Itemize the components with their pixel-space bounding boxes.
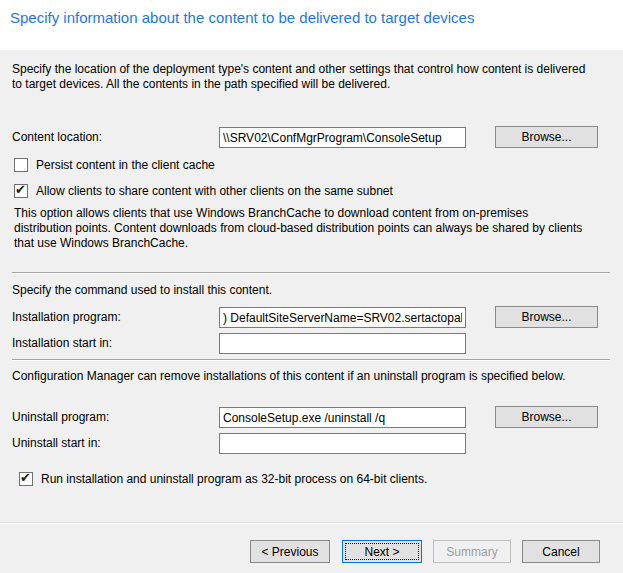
uninstall-program-browse-button[interactable]: Browse... <box>495 406 598 428</box>
install-section-divider <box>12 272 610 274</box>
next-button[interactable]: Next > <box>342 540 422 563</box>
uninstall-start-in-label: Uninstall start in: <box>12 432 101 454</box>
installation-program-row: Installation program: Browse... <box>0 306 623 328</box>
share-content-row: Allow clients to share content with othe… <box>0 184 623 200</box>
share-content-label: Allow clients to share content with othe… <box>36 184 393 199</box>
persist-content-label: Persist content in the client cache <box>36 158 215 173</box>
page-title: Specify information about the content to… <box>10 9 474 26</box>
uninstall-program-label: Uninstall program: <box>12 406 109 428</box>
installation-program-browse-button[interactable]: Browse... <box>495 306 598 328</box>
summary-button: Summary <box>433 540 511 563</box>
intro-text: Specify the location of the deployment t… <box>12 62 592 92</box>
installation-start-in-input[interactable] <box>219 333 466 354</box>
content-location-browse-button[interactable]: Browse... <box>495 126 598 148</box>
uninstall-start-in-row: Uninstall start in: <box>0 432 623 454</box>
persist-content-row: Persist content in the client cache <box>0 158 623 174</box>
uninstall-section-text: Configuration Manager can remove install… <box>12 369 566 383</box>
uninstall-start-in-input[interactable] <box>219 433 466 454</box>
installation-start-in-row: Installation start in: <box>0 332 623 354</box>
branchcache-note: This option allows clients that use Wind… <box>14 206 588 251</box>
installation-program-input[interactable] <box>219 307 466 328</box>
persist-content-checkbox[interactable] <box>14 158 28 172</box>
share-content-checkbox[interactable] <box>14 184 28 198</box>
footer-divider <box>0 522 623 524</box>
wizard-content-page: Specify information about the content to… <box>0 0 623 573</box>
uninstall-program-input[interactable] <box>219 407 466 428</box>
content-location-row: Content location: Browse... <box>0 126 623 148</box>
content-location-label: Content location: <box>12 126 102 148</box>
run-32bit-label: Run installation and uninstall program a… <box>41 472 427 487</box>
installation-program-label: Installation program: <box>12 306 121 328</box>
previous-button[interactable]: < Previous <box>250 540 330 563</box>
run-32bit-row: Run installation and uninstall program a… <box>0 472 623 488</box>
uninstall-program-row: Uninstall program: Browse... <box>0 406 623 428</box>
uninstall-section-divider <box>12 359 610 361</box>
installation-start-in-label: Installation start in: <box>12 332 112 354</box>
wizard-header: Specify information about the content to… <box>0 0 623 50</box>
cancel-button[interactable]: Cancel <box>522 540 600 563</box>
content-location-input[interactable] <box>219 127 466 148</box>
run-32bit-checkbox[interactable] <box>19 472 33 486</box>
install-section-text: Specify the command used to install this… <box>12 283 272 297</box>
